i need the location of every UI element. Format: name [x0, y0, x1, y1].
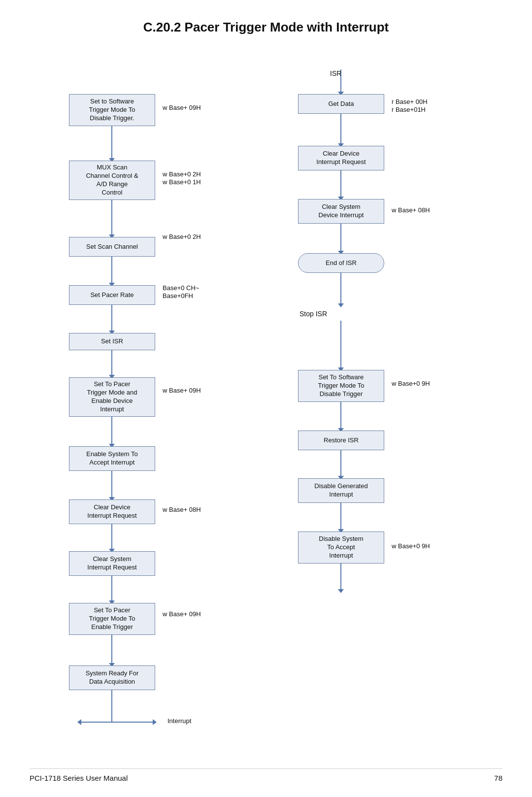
box-set-software-trigger-right: Set To SoftwareTrigger Mode ToDisable Tr… [298, 370, 384, 402]
label-w-base-01h: w Base+0 1H [163, 178, 201, 186]
footer: PCI-1718 Series User Manual 78 [30, 768, 502, 782]
box-get-data: Get Data [298, 94, 384, 114]
box-set-pacer-enable-trigger: Set To PacerTrigger Mode ToEnable Trigge… [69, 603, 155, 635]
box-set-pacer-rate: Set Pacer Rate [69, 285, 155, 305]
label-w-base-08h-right: w Base+ 08H [392, 206, 430, 214]
box-clear-system-interrupt-left: Clear SystemInterrupt Request [69, 551, 155, 576]
label-base-ch: Base+0 CH~ [163, 284, 199, 292]
label-w-base-02h-2: w Base+0 2H [163, 233, 201, 240]
svg-marker-44 [338, 589, 344, 593]
box-set-software-trigger: Set to SoftwareTrigger Mode ToDisable Tr… [69, 94, 155, 126]
label-w-base-09h-1: w Base+ 09H [163, 104, 201, 111]
page-title: C.20.2 Pacer Trigger Mode with Interrupt [30, 20, 502, 35]
box-clear-device-interrupt-right: Clear DeviceInterrupt Request [298, 146, 384, 170]
footer-left: PCI-1718 Series User Manual [30, 774, 128, 782]
box-system-ready: System Ready ForData Acquisition [69, 665, 155, 690]
box-set-pacer-trigger-enable-device: Set To PacerTrigger Mode andEnable Devic… [69, 377, 155, 417]
box-end-of-isr: End of ISR [298, 253, 384, 273]
label-isr-top: ISR [330, 69, 341, 77]
footer-right: 78 [494, 774, 502, 782]
label-w-base-08h-left: w Base+ 08H [163, 506, 201, 513]
page: C.20.2 Pacer Trigger Mode with Interrupt [0, 0, 532, 797]
svg-marker-34 [338, 303, 344, 307]
diagram-area: Set to SoftwareTrigger Mode ToDisable Tr… [30, 55, 502, 744]
svg-marker-22 [153, 719, 157, 725]
label-w-base-09h-3: w Base+ 09H [163, 610, 201, 618]
box-restore-isr: Restore ISR [298, 431, 384, 450]
label-w-base-09h-2: w Base+ 09H [163, 387, 201, 394]
label-w-base-02h: w Base+0 2H [163, 170, 201, 178]
box-clear-device-interrupt-left: Clear DeviceInterrupt Request [69, 499, 155, 524]
box-enable-system-interrupt: Enable System ToAccept Interrupt [69, 446, 155, 471]
label-base-0fh: Base+0FH [163, 292, 193, 299]
box-disable-system-interrupt: Disable SystemTo AcceptInterrupt [298, 531, 384, 564]
box-set-scan-channel: Set Scan Channel [69, 237, 155, 257]
box-mux-scan: MUX ScanChannel Control &A/D RangeContro… [69, 161, 155, 200]
box-set-isr: Set ISR [69, 333, 155, 350]
box-clear-system-device-interrupt: Clear SystemDevice Interrupt [298, 199, 384, 224]
label-r-base-01h: r Base+01H [392, 106, 426, 113]
label-w-base-09h-right1: w Base+0 9H [392, 380, 430, 387]
label-interrupt: Interrupt [167, 717, 191, 725]
label-stop-isr: Stop ISR [299, 310, 327, 318]
label-r-base-00h: r Base+ 00H [392, 98, 428, 105]
label-w-base-09h-right2: w Base+0 9H [392, 542, 430, 550]
svg-marker-24 [77, 719, 81, 725]
box-disable-generated-interrupt: Disable GeneratedInterrupt [298, 478, 384, 503]
